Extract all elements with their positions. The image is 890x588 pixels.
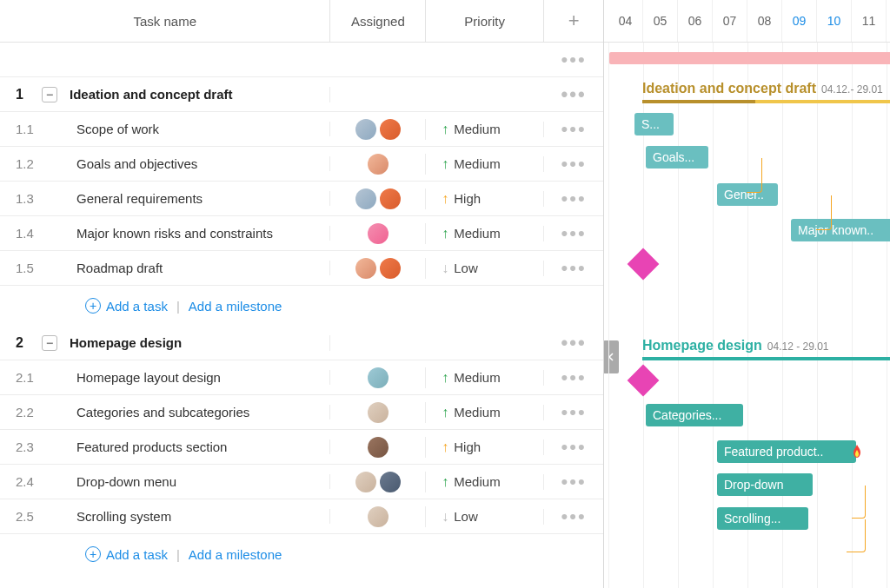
gantt-bar[interactable]: Major known..: [791, 219, 890, 241]
collapse-toggle[interactable]: −: [42, 87, 57, 102]
avatar[interactable]: [368, 506, 389, 527]
row-more-icon[interactable]: •••: [544, 257, 603, 280]
priority-arrow-icon: ↑: [442, 156, 448, 172]
avatar[interactable]: [355, 472, 376, 492]
priority-arrow-icon: ↑: [442, 226, 448, 241]
row-more-icon[interactable]: •••: [544, 332, 603, 354]
add-milestone-button[interactable]: Add a milestone: [189, 299, 282, 314]
task-number: 1.3: [16, 191, 37, 206]
priority-label: High: [454, 191, 481, 206]
row-more-icon[interactable]: •••: [544, 222, 603, 245]
row-more-icon[interactable]: •••: [544, 83, 603, 106]
day-header[interactable]: 10: [817, 0, 852, 42]
group-title: Homepage design: [70, 335, 329, 350]
avatar[interactable]: [380, 188, 401, 209]
task-row[interactable]: 1.1 Scope of work ↑ Medium •••: [0, 112, 603, 147]
gantt-bar[interactable]: Scrolling...: [717, 507, 808, 530]
add-task-button[interactable]: + Add a task: [85, 546, 168, 562]
add-milestone-button[interactable]: Add a milestone: [189, 547, 282, 562]
row-more-icon[interactable]: •••: [544, 471, 603, 493]
task-row[interactable]: 2.4 Drop-down menu ↑ Medium •••: [0, 465, 603, 499]
avatar[interactable]: [355, 258, 376, 279]
row-more-icon[interactable]: •••: [544, 49, 603, 71]
milestone-diamond[interactable]: [628, 248, 660, 281]
task-row[interactable]: 2.2 Categories and subcategories ↑ Mediu…: [0, 395, 603, 430]
row-more-icon[interactable]: •••: [544, 436, 603, 459]
gantt-bar[interactable]: S...: [634, 113, 674, 135]
collapse-toggle[interactable]: −: [42, 335, 57, 351]
task-number: 1.2: [16, 156, 37, 171]
avatar[interactable]: [368, 223, 389, 244]
task-number: 2.4: [16, 474, 37, 489]
avatar[interactable]: [380, 258, 401, 279]
day-header[interactable]: 04: [608, 0, 643, 42]
row-more-icon[interactable]: •••: [544, 367, 603, 389]
row-more-icon[interactable]: •••: [544, 505, 603, 528]
task-name: Drop-down menu: [76, 474, 329, 489]
task-row[interactable]: 2.5 Scrolling system ↓ Low •••: [0, 499, 603, 534]
avatar[interactable]: [355, 119, 376, 140]
group-row[interactable]: 1 − Ideation and concept draft •••: [0, 77, 603, 112]
task-number: 2.2: [16, 405, 37, 420]
priority-arrow-icon: ↑: [442, 439, 448, 455]
task-name: Scope of work: [76, 122, 329, 136]
task-row[interactable]: 2.3 Featured products section ↑ High •••: [0, 430, 603, 465]
connector-line: [747, 158, 762, 193]
priority-label: Medium: [454, 122, 500, 136]
task-name: Categories and subcategories: [76, 405, 329, 420]
add-row: + Add a task | Add a milestone: [0, 286, 603, 326]
connector-line: [852, 486, 866, 519]
row-more-icon[interactable]: •••: [544, 401, 603, 424]
separator: |: [176, 547, 180, 562]
avatar[interactable]: [380, 119, 401, 140]
row-more-icon[interactable]: •••: [544, 188, 603, 210]
task-number: 1.4: [16, 226, 37, 241]
day-header[interactable]: 08: [747, 0, 782, 42]
col-header-priority[interactable]: Priority: [426, 0, 544, 42]
col-header-taskname[interactable]: Task name: [0, 0, 330, 42]
avatar[interactable]: [368, 437, 389, 458]
avatar[interactable]: [368, 402, 389, 423]
gantt-bar[interactable]: Goals...: [646, 146, 708, 168]
add-column-button[interactable]: +: [544, 0, 603, 42]
col-header-assigned[interactable]: Assigned: [330, 0, 426, 42]
connector-line: [816, 195, 832, 230]
priority-arrow-icon: ↑: [442, 474, 448, 490]
gantt-bar[interactable]: Categories...: [646, 404, 743, 426]
add-row: + Add a task | Add a milestone: [0, 534, 603, 574]
project-timeline-bar[interactable]: [609, 52, 890, 64]
gantt-bar[interactable]: Drop-down: [717, 473, 813, 496]
day-header[interactable]: 07: [713, 0, 747, 42]
task-row[interactable]: 2.1 Homepage layout design ↑ Medium •••: [0, 360, 603, 395]
milestone-diamond[interactable]: [628, 365, 660, 397]
priority-label: Medium: [454, 156, 500, 171]
day-header[interactable]: 05: [643, 0, 678, 42]
day-header[interactable]: 11: [852, 0, 887, 42]
group-title: Ideation and concept draft: [70, 87, 329, 102]
plus-circle-icon: +: [85, 298, 101, 314]
avatar[interactable]: [355, 188, 376, 209]
gantt-group-dates: 04.12 - 29.01: [767, 340, 829, 353]
spacer-row: •••: [0, 43, 603, 77]
task-row[interactable]: 1.3 General requirements ↑ High •••: [0, 182, 603, 216]
task-name: Major known risks and constraints: [76, 226, 329, 241]
day-header[interactable]: 09: [782, 0, 817, 42]
avatar[interactable]: [368, 154, 389, 175]
task-row[interactable]: 1.4 Major known risks and constraints ↑ …: [0, 216, 603, 251]
row-more-icon[interactable]: •••: [544, 153, 603, 175]
task-number: 2.3: [16, 439, 37, 454]
priority-arrow-icon: ↑: [442, 191, 448, 207]
task-row[interactable]: 1.5 Roadmap draft ↓ Low •••: [0, 251, 603, 286]
row-more-icon[interactable]: •••: [544, 118, 603, 141]
timeline-pane: 0405060708091011 Ideation and concept dr…: [604, 0, 890, 588]
collapse-timeline-handle[interactable]: [604, 340, 619, 373]
gantt-bar[interactable]: Featured product..: [717, 440, 856, 463]
avatar[interactable]: [380, 472, 401, 492]
add-task-button[interactable]: + Add a task: [85, 298, 168, 314]
avatar[interactable]: [368, 367, 389, 388]
group-row[interactable]: 2 − Homepage design •••: [0, 326, 603, 360]
day-header[interactable]: 06: [678, 0, 713, 42]
priority-label: Low: [454, 261, 478, 275]
priority-label: Medium: [454, 370, 500, 385]
task-row[interactable]: 1.2 Goals and objectives ↑ Medium •••: [0, 147, 603, 182]
